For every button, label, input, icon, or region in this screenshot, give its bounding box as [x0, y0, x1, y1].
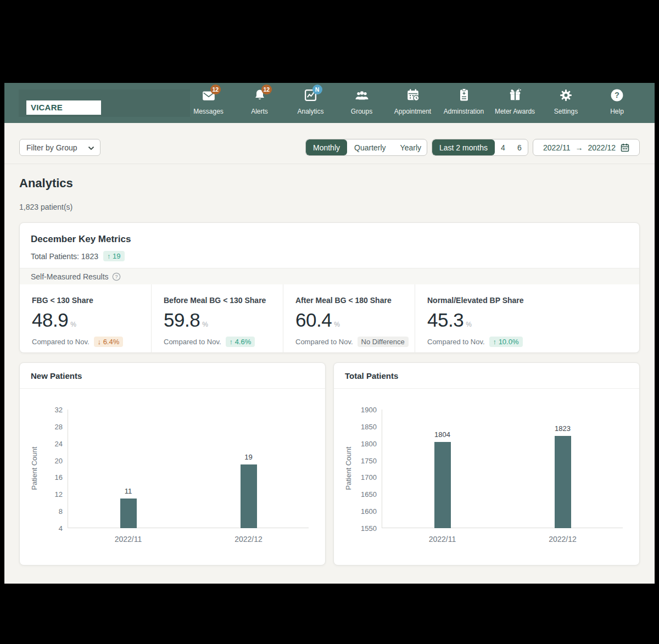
y-axis-line — [68, 410, 68, 528]
compare-label: Compared to Nov. — [427, 338, 485, 346]
patient-count-subtitle: 1,823 patient(s) — [19, 203, 72, 211]
bar — [555, 436, 571, 528]
date-range-picker[interactable]: 2022/11 → 2022/12 — [533, 139, 640, 156]
y-axis-title: Patient Count — [30, 447, 38, 490]
metric-cells: FBG < 130 Share 48.9% Compared to Nov. ↓… — [20, 284, 639, 353]
chevron-down-icon — [88, 143, 94, 152]
delta-badge: ↓ 6.4% — [94, 337, 124, 347]
y-tick-label: 32 — [30, 406, 63, 414]
metric-unit: % — [466, 321, 471, 328]
bar-value-label: 19 — [244, 453, 252, 461]
nav-item-alerts[interactable]: 12 Alerts — [234, 89, 285, 115]
period-tabs: Monthly Quarterly Yearly — [305, 139, 427, 156]
new-patients-chart: 48121620242832112022/11192022/12Patient … — [20, 389, 325, 565]
metric-unit: % — [202, 321, 208, 328]
y-axis-title: Patient Count — [344, 447, 353, 490]
nav-item-label: Messages — [193, 108, 224, 115]
page-title: Analytics — [19, 176, 73, 191]
tab-4-months[interactable]: 4 — [495, 139, 511, 155]
compare-label: Compared to Nov. — [295, 338, 353, 346]
help-circle-icon[interactable]: ? — [112, 272, 121, 281]
y-tick-label: 1850 — [344, 422, 377, 430]
metric-card-bp: Normal/Elevated BP Share 45.3% Compared … — [415, 284, 639, 353]
nav-item-adminstration[interactable]: Adminstration — [438, 89, 489, 115]
total-patients-delta-badge: ↑ 19 — [103, 251, 125, 261]
nav-item-label: Help — [610, 108, 624, 115]
x-axis-line — [68, 528, 309, 528]
nav-item-label: Groups — [351, 108, 372, 115]
total-patients-chart-card: Total Patients 1550160016501700175018001… — [333, 362, 640, 565]
plot-area: 48121620242832112022/11192022/12 — [68, 410, 309, 528]
nav-item-label: Alerts — [251, 108, 268, 115]
metric-value: 59.8 — [164, 309, 200, 331]
metric-value: 48.9 — [32, 309, 68, 331]
nav-item-meter-awards[interactable]: Meter Awards — [489, 89, 540, 115]
x-axis-line — [382, 528, 623, 528]
bar — [434, 442, 451, 528]
svg-text:?: ? — [615, 91, 619, 100]
y-tick-label: 1600 — [344, 507, 377, 516]
tab-quarterly[interactable]: Quarterly — [347, 139, 393, 155]
calendar-clock-icon — [406, 88, 420, 104]
metric-unit: % — [70, 321, 76, 328]
nav-item-appointment[interactable]: Appointment — [387, 89, 438, 115]
nav-item-groups[interactable]: Groups — [336, 89, 387, 115]
total-patients-label: Total Patients: 1823 — [31, 252, 98, 261]
svg-text:?: ? — [115, 274, 118, 279]
self-measured-results-band: Self-Measured Results ? — [20, 268, 639, 284]
date-range-end: 2022/12 — [588, 143, 616, 152]
y-tick-label: 1650 — [344, 490, 377, 499]
calendar-icon — [621, 143, 629, 152]
x-tick-label: 2022/11 — [429, 535, 456, 544]
tab-monthly[interactable]: Monthly — [306, 139, 347, 155]
delta-badge: ↑ 4.6% — [226, 337, 255, 347]
range-tabs: Last 2 months 4 6 — [432, 139, 528, 156]
top-navbar: VICARE 12 Messages 12 Al — [4, 83, 655, 123]
nav-item-settings[interactable]: Settings — [540, 89, 591, 115]
app-window: VICARE 12 Messages 12 Al — [4, 83, 655, 584]
nav-item-label: Analytics — [297, 108, 323, 115]
metric-card-fbg: FBG < 130 Share 48.9% Compared to Nov. ↓… — [20, 284, 152, 353]
brand-logo[interactable]: VICARE — [26, 100, 101, 115]
key-metrics-title: December Key Metrics — [31, 234, 628, 245]
filter-by-group-select[interactable]: Filter by Group — [19, 139, 100, 156]
plot-area: 1550160016501700175018001850190018042022… — [382, 410, 623, 528]
metric-title: Normal/Elevated BP Share — [427, 296, 639, 305]
self-measured-results-label: Self-Measured Results — [31, 272, 109, 281]
gear-icon — [559, 88, 573, 104]
chart-title: New Patients — [20, 363, 325, 389]
y-tick-label: 8 — [30, 507, 63, 516]
delta-badge: ↑ 10.0% — [489, 337, 523, 347]
tab-6-months[interactable]: 6 — [511, 139, 528, 155]
nav-item-help[interactable]: ? Help — [591, 89, 643, 115]
gift-icon — [508, 88, 522, 104]
people-icon — [354, 89, 370, 104]
compare-label: Compared to Nov. — [32, 338, 90, 346]
metric-value: 60.4 — [295, 309, 332, 331]
metric-value: 45.3 — [427, 309, 463, 331]
nav-item-analytics[interactable]: N Analytics — [285, 89, 336, 115]
metric-title: Before Meal BG < 130 Share — [164, 296, 283, 305]
chart-title: Total Patients — [334, 363, 639, 389]
brand-logo-text: VICARE — [26, 100, 101, 115]
tab-yearly[interactable]: Yearly — [393, 139, 427, 155]
y-tick-label: 1550 — [344, 524, 377, 533]
tab-last-2-months[interactable]: Last 2 months — [432, 139, 495, 155]
bar — [120, 499, 137, 528]
nav-items: 12 Messages 12 Alerts N — [183, 89, 643, 115]
metric-title: FBG < 130 Share — [32, 296, 151, 305]
bar — [241, 464, 257, 528]
x-tick-label: 2022/11 — [115, 535, 142, 544]
total-patients-chart: 1550160016501700175018001850190018042022… — [334, 389, 639, 565]
nav-item-label: Settings — [554, 108, 578, 115]
clipboard-icon — [457, 88, 471, 104]
metric-card-before-meal: Before Meal BG < 130 Share 59.8% Compare… — [152, 284, 283, 353]
x-tick-label: 2022/12 — [549, 535, 577, 544]
bar-value-label: 11 — [125, 487, 132, 495]
nav-item-messages[interactable]: 12 Messages — [183, 89, 234, 115]
bar-value-label: 1804 — [434, 430, 450, 439]
nav-item-label: Meter Awards — [495, 108, 535, 115]
nav-item-label: Adminstration — [444, 108, 484, 115]
compare-label: Compared to Nov. — [164, 338, 221, 346]
delta-badge: No Difference — [358, 337, 409, 347]
